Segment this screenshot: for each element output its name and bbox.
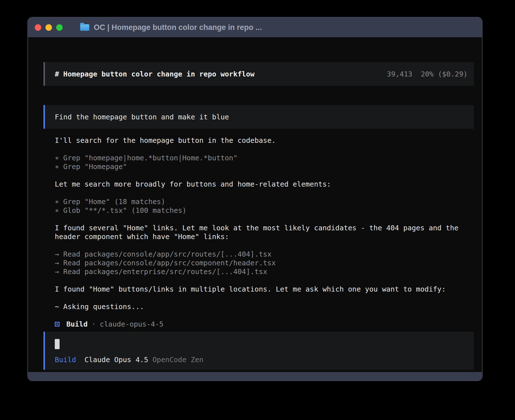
agent-model: claude-opus-4-5 (100, 320, 163, 329)
assistant-text: I found several "Home" links. Let me loo… (55, 224, 474, 241)
tool-call-grep: ∗ Grep "Homepage" (55, 162, 474, 171)
prompt-input[interactable]: Build Claude Opus 4.5 OpenCode Zen (43, 332, 474, 370)
status-text-asking: ~ Asking questions... (55, 302, 474, 311)
blank-line (55, 294, 474, 302)
mode-label[interactable]: Build (55, 355, 76, 364)
context-cost: 20% ($0.29) (421, 70, 468, 78)
blank-line (55, 276, 474, 285)
blank-line (55, 311, 474, 320)
assistant-text: I'll search for the homepage button in t… (55, 136, 474, 145)
blank-line (55, 189, 474, 197)
token-count: 39,413 (387, 70, 412, 78)
assistant-text: Let me search more broadly for buttons a… (55, 180, 474, 189)
transcript: I'll search for the homepage button in t… (55, 136, 474, 329)
agent-row: Build · claude-opus-4-5 (55, 320, 474, 329)
bottom-chrome-strip (28, 372, 482, 380)
session-stats: 39,41320% ($0.29) (387, 70, 468, 78)
provider-label: OpenCode Zen (152, 355, 204, 364)
user-message-text: Find the homepage button and make it blu… (55, 113, 229, 121)
blank-line (55, 215, 474, 224)
tool-call-grep: ∗ Grep "homepage|home.*button|Home.*butt… (55, 154, 474, 162)
zoom-button[interactable] (56, 24, 63, 31)
folder-icon (80, 24, 89, 31)
close-button[interactable] (35, 24, 41, 31)
tool-call-read: → Read packages/console/app/src/componen… (55, 259, 474, 267)
tool-call-glob: ∗ Glob "**/*.tsx" (100 matches) (55, 206, 474, 215)
tool-call-read: → Read packages/console/app/src/routes/[… (55, 250, 474, 259)
blank-line (55, 145, 474, 154)
agent-icon (55, 322, 60, 327)
tool-call-grep: ∗ Grep "Home" (18 matches) (55, 197, 474, 206)
assistant-text: I found "Home" buttons/links in multiple… (55, 285, 474, 294)
titlebar: OC | Homepage button color change in rep… (28, 18, 482, 37)
model-label[interactable]: Claude Opus 4.5 (84, 355, 148, 364)
user-message: Find the homepage button and make it blu… (43, 105, 474, 129)
blank-line (55, 171, 474, 180)
agent-name: Build (66, 320, 88, 329)
window-title: OC | Homepage button color change in rep… (94, 23, 262, 32)
text-cursor (55, 339, 60, 349)
terminal-content: # Homepage button color change in repo w… (28, 37, 482, 373)
agent-separator: · (91, 320, 96, 329)
traffic-lights (35, 24, 63, 31)
session-title: # Homepage button color change in repo w… (55, 70, 254, 78)
input-footer: Build Claude Opus 4.5 OpenCode Zen (55, 355, 468, 364)
agent-icon-inner (56, 323, 58, 325)
terminal-window: OC | Homepage button color change in rep… (27, 17, 483, 381)
session-header: # Homepage button color change in repo w… (43, 62, 474, 86)
tool-call-read: → Read packages/enterprise/src/routes/[.… (55, 267, 474, 276)
blank-line (55, 241, 474, 250)
minimize-button[interactable] (45, 24, 52, 31)
